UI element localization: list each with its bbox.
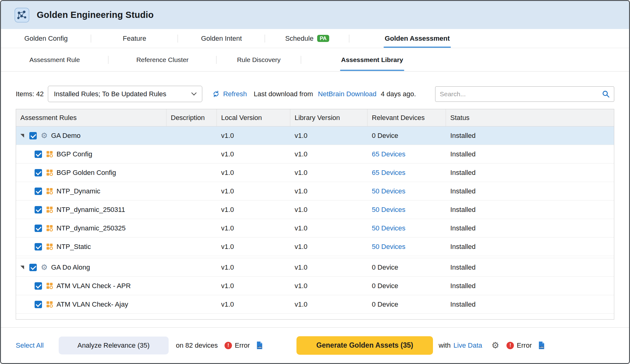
search-box bbox=[435, 86, 614, 102]
table-row-bgp-config[interactable]: BGP Configv1.0v1.065 DevicesInstalled bbox=[16, 145, 614, 163]
row-checkbox[interactable] bbox=[35, 206, 42, 213]
table-row-atm-vlan-check-ajay[interactable]: ATM VLAN Check- Ajayv1.0v1.00 DeviceInst… bbox=[16, 295, 614, 314]
netbrain-download-link[interactable]: NetBrain Download bbox=[318, 90, 377, 98]
local-version-cell: v1.0 bbox=[217, 182, 290, 200]
sub-tab-assessment-library[interactable]: Assessment Library bbox=[301, 48, 443, 71]
description-cell bbox=[166, 182, 217, 200]
row-checkbox[interactable] bbox=[35, 319, 42, 320]
rule-name-cell: ⚙GA Do Along bbox=[16, 258, 166, 276]
devices-link[interactable]: 65 Devices bbox=[372, 169, 405, 177]
devices-link[interactable]: 65 Devices bbox=[372, 150, 405, 158]
library-version-cell: v1.0 bbox=[290, 219, 368, 237]
log-file-icon[interactable]: LOG bbox=[256, 341, 263, 350]
row-checkbox[interactable] bbox=[35, 301, 42, 308]
relevant-devices-cell: 50 Devices bbox=[368, 201, 446, 219]
tab-label: Rule Discovery bbox=[237, 56, 280, 64]
row-checkbox[interactable] bbox=[35, 225, 42, 232]
rule-blocks-icon bbox=[46, 169, 53, 176]
expand-arrow-icon[interactable] bbox=[20, 266, 24, 269]
items-count: Items: 42 bbox=[16, 90, 44, 98]
log-file-icon[interactable]: LOG bbox=[538, 341, 545, 350]
main-tab-golden-assessment[interactable]: Golden Assessment bbox=[349, 29, 485, 48]
devices-link[interactable]: 50 Devices bbox=[372, 187, 405, 195]
pa-badge: PA bbox=[317, 35, 329, 42]
description-cell bbox=[166, 238, 217, 256]
error-label[interactable]: Error bbox=[235, 341, 250, 350]
row-checkbox[interactable] bbox=[35, 169, 42, 176]
tab-label: Golden Config bbox=[24, 35, 68, 43]
row-checkbox[interactable] bbox=[35, 282, 42, 290]
library-version-cell: v1.0 bbox=[290, 295, 368, 313]
rule-name-cell: NTP_dynamic_250325 bbox=[16, 219, 166, 237]
column-header-relevant-devices[interactable]: Relevant Devices bbox=[368, 109, 446, 126]
sub-tab-reference-cluster[interactable]: Reference Cluster bbox=[108, 48, 216, 71]
main-tab-feature[interactable]: Feature bbox=[91, 29, 178, 48]
generate-golden-assets-button[interactable]: Generate Golden Assets (35) bbox=[296, 336, 433, 355]
column-header-description[interactable]: Description bbox=[166, 109, 217, 126]
rule-name: GA Do Along bbox=[51, 263, 90, 271]
refresh-button[interactable]: Refresh bbox=[212, 90, 247, 98]
main-tab-golden-intent[interactable]: Golden Intent bbox=[178, 29, 265, 48]
table-row-ntp-dynamic-250311[interactable]: NTP_dynamic_250311v1.0v1.050 DevicesInst… bbox=[16, 201, 614, 219]
column-header-library-version[interactable]: Library Version bbox=[290, 109, 368, 126]
description-cell bbox=[166, 314, 217, 320]
devices-link[interactable]: 50 Devices bbox=[372, 224, 405, 232]
row-checkbox[interactable] bbox=[35, 151, 42, 158]
main-tab-golden-config[interactable]: Golden Config bbox=[1, 29, 91, 48]
table-row-ntp-static[interactable]: NTP_Staticv1.0v1.050 DevicesInstalled bbox=[16, 238, 614, 256]
app-title: Golden Engineering Studio bbox=[37, 10, 154, 20]
status-cell: Installed bbox=[446, 145, 614, 163]
library-version-cell: v1.0 bbox=[290, 277, 368, 295]
search-input[interactable] bbox=[440, 90, 602, 98]
error-icon[interactable] bbox=[225, 342, 232, 349]
live-data-link[interactable]: Live Data bbox=[453, 341, 482, 350]
column-header-status[interactable]: Status bbox=[446, 109, 614, 126]
row-checkbox[interactable] bbox=[29, 132, 37, 139]
rule-name: GA Demo bbox=[51, 132, 80, 140]
refresh-icon bbox=[212, 90, 220, 98]
table-row-bgp-golden-config[interactable]: BGP Golden Configv1.0v1.065 DevicesInsta… bbox=[16, 163, 614, 182]
table-row-atm-vlan-check[interactable]: ATM VLAN Checkv1.0v1.00 DeviceInstalled bbox=[16, 314, 614, 320]
rule-name: NTP_dynamic_250311 bbox=[57, 206, 125, 214]
column-header-assessment-rules[interactable]: Assessment Rules bbox=[16, 109, 166, 126]
row-checkbox[interactable] bbox=[29, 264, 37, 271]
rule-name: NTP_Dynamic bbox=[57, 187, 100, 195]
group-separator bbox=[16, 256, 614, 258]
relevant-devices-cell: 65 Devices bbox=[368, 145, 446, 163]
status-cell: Installed bbox=[446, 314, 614, 320]
library-version-cell: v1.0 bbox=[290, 258, 368, 276]
analyze-relevance-button[interactable]: Analyze Relevance (35) bbox=[59, 337, 169, 354]
table-row-ga-do-along[interactable]: ⚙GA Do Alongv1.0v1.00 DeviceInstalled bbox=[16, 258, 614, 277]
rule-name-cell: NTP_Static bbox=[16, 238, 166, 256]
table-row-ntp-dynamic[interactable]: NTP_Dynamicv1.0v1.050 DevicesInstalled bbox=[16, 182, 614, 201]
expand-arrow-icon[interactable] bbox=[20, 134, 24, 138]
error-icon[interactable] bbox=[506, 342, 514, 349]
library-version-cell: v1.0 bbox=[290, 182, 368, 200]
rules-filter-dropdown[interactable]: Installed Rules; To Be Updated Rules bbox=[48, 86, 202, 102]
rule-name: NTP_dynamic_250325 bbox=[57, 224, 126, 232]
select-all-link[interactable]: Select All bbox=[16, 341, 44, 350]
status-cell: Installed bbox=[446, 182, 614, 200]
devices-link[interactable]: 50 Devices bbox=[372, 206, 405, 214]
sub-tab-rule-discovery[interactable]: Rule Discovery bbox=[216, 48, 301, 71]
description-cell bbox=[166, 145, 217, 163]
devices-link[interactable]: 50 Devices bbox=[372, 243, 405, 251]
local-version-cell: v1.0 bbox=[217, 163, 290, 182]
row-checkbox[interactable] bbox=[35, 243, 42, 250]
error-label[interactable]: Error bbox=[517, 341, 532, 350]
search-icon[interactable] bbox=[602, 90, 610, 98]
description-cell bbox=[166, 258, 217, 276]
settings-gear-icon[interactable]: ⚙ bbox=[491, 341, 499, 350]
relevant-devices-cell: 50 Devices bbox=[368, 238, 446, 256]
table-row-ga-demo[interactable]: ⚙GA Demov1.0v1.00 DeviceInstalled bbox=[16, 126, 614, 145]
column-header-local-version[interactable]: Local Version bbox=[217, 109, 290, 126]
sub-tab-assessment-rule[interactable]: Assessment Rule bbox=[1, 48, 108, 71]
row-checkbox[interactable] bbox=[35, 188, 42, 195]
local-version-cell: v1.0 bbox=[217, 277, 290, 295]
relevant-devices-cell: 0 Device bbox=[368, 126, 446, 145]
main-tab-schedule[interactable]: SchedulePA bbox=[265, 29, 349, 48]
table-row-ntp-dynamic-250325[interactable]: NTP_dynamic_250325v1.0v1.050 DevicesInst… bbox=[16, 219, 614, 238]
table-row-atm-vlan-check-apr[interactable]: ATM VLAN Check - APRv1.0v1.00 DeviceInst… bbox=[16, 277, 614, 295]
local-version-cell: v1.0 bbox=[217, 126, 290, 145]
rule-name-cell: NTP_dynamic_250311 bbox=[16, 201, 166, 219]
